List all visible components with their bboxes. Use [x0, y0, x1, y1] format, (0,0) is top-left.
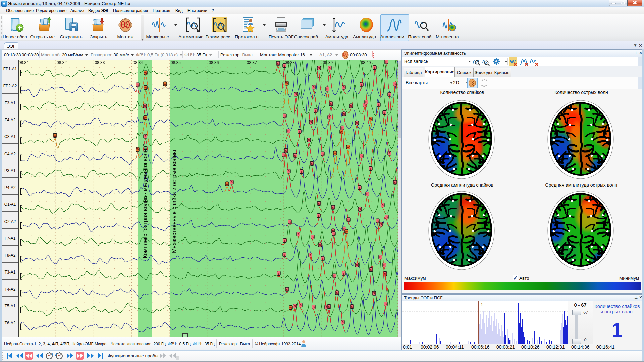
svg-text:1: 1 — [481, 302, 483, 307]
